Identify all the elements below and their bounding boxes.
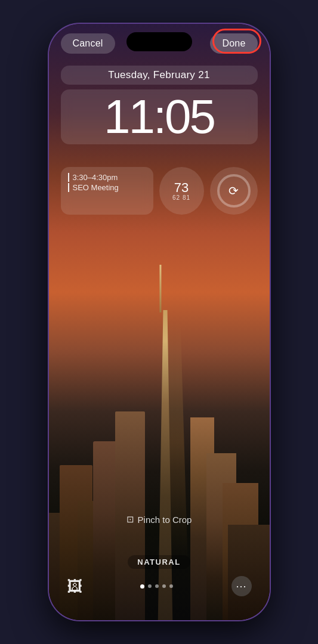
- bottom-bar: NATURAL 🖼 ···: [49, 555, 270, 596]
- date-text: Tuesday, February 21: [108, 69, 209, 80]
- pinch-text: Pinch to Crop: [138, 515, 192, 525]
- event-name: SEO Meeting: [68, 183, 146, 192]
- weather-widget[interactable]: 73 62 81: [159, 167, 204, 215]
- dot-2[interactable]: [148, 584, 152, 588]
- phone-frame: Cancel Done Tuesday, February 21 11:05 3…: [49, 24, 270, 620]
- calendar-widget[interactable]: 3:30–4:30pm SEO Meeting: [61, 167, 153, 215]
- ellipsis-icon: ···: [236, 580, 246, 593]
- dot-3[interactable]: [155, 584, 159, 588]
- weather-temperature: 73: [174, 181, 189, 194]
- weather-range: 62 81: [172, 194, 190, 201]
- widgets-row: 3:30–4:30pm SEO Meeting 73 62 81 ⟳: [61, 167, 258, 215]
- top-bar: Cancel Done: [49, 24, 270, 54]
- filter-name: NATURAL: [128, 555, 190, 569]
- event-time: 3:30–4:30pm: [68, 173, 146, 182]
- tower-antenna: [159, 265, 161, 312]
- done-button[interactable]: Done: [210, 33, 257, 54]
- gallery-icon[interactable]: 🖼: [67, 577, 82, 596]
- dot-5[interactable]: [169, 584, 173, 588]
- crop-icon: ⊡: [126, 514, 134, 525]
- activity-icon: ⟳: [229, 184, 239, 198]
- phone-screen: Cancel Done Tuesday, February 21 11:05 3…: [49, 24, 270, 620]
- page-dots: [140, 584, 173, 589]
- time-display: 11:05: [70, 92, 248, 142]
- activity-widget[interactable]: ⟳: [210, 167, 258, 215]
- activity-ring: ⟳: [217, 174, 251, 208]
- bottom-controls: 🖼 ···: [49, 576, 270, 596]
- dot-1[interactable]: [140, 584, 144, 589]
- time-widget[interactable]: 11:05: [61, 89, 258, 144]
- date-widget[interactable]: Tuesday, February 21: [61, 66, 258, 85]
- dot-4[interactable]: [162, 584, 166, 588]
- pinch-to-crop-label: ⊡ Pinch to Crop: [49, 514, 270, 525]
- more-options-button[interactable]: ···: [231, 576, 252, 596]
- cancel-button[interactable]: Cancel: [61, 33, 115, 54]
